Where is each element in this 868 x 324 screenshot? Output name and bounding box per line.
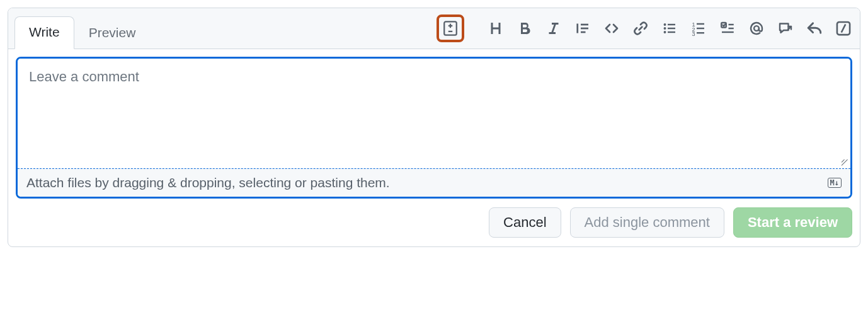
reply-icon[interactable] [806,20,823,37]
tab-write[interactable]: Write [14,16,74,49]
svg-point-10 [664,31,666,33]
svg-rect-13 [668,32,675,33]
comment-textarea[interactable] [18,59,850,166]
add-single-comment-button[interactable]: Add single comment [570,207,724,238]
svg-line-26 [842,25,846,33]
ordered-list-icon[interactable]: 123 [690,20,707,37]
tabs: Write Preview [8,8,150,49]
markdown-toolbar: 123 [434,11,855,46]
toolbar-group-refs [748,20,823,37]
unordered-list-icon[interactable] [661,20,678,37]
svg-point-8 [664,23,666,26]
tab-preview[interactable]: Preview [74,17,151,49]
start-review-button[interactable]: Start a review [733,207,852,238]
bold-icon[interactable] [516,20,534,37]
toolbar-group-text [487,20,562,37]
svg-rect-11 [668,24,675,25]
heading-icon[interactable] [487,20,505,37]
cancel-button[interactable]: Cancel [489,207,561,238]
markdown-supported-icon[interactable]: M↓ [828,178,842,188]
task-list-icon[interactable] [719,20,736,37]
svg-rect-19 [697,32,704,33]
attach-hint: Attach files by dragging & dropping, sel… [26,175,390,190]
svg-rect-18 [697,28,704,29]
svg-point-9 [664,27,666,30]
svg-text:3: 3 [692,31,695,36]
toolbar-group-lists: 123 [661,20,736,37]
suggestion-highlight [437,14,464,42]
svg-rect-0 [444,21,457,35]
diff-icon[interactable] [442,20,459,37]
italic-icon[interactable] [545,20,562,37]
mention-icon[interactable] [748,20,765,37]
svg-rect-17 [697,23,704,25]
editor-frame: Attach files by dragging & dropping, sel… [16,57,852,199]
attach-files-bar[interactable]: Attach files by dragging & dropping, sel… [18,168,850,197]
svg-rect-12 [668,28,675,29]
quote-icon[interactable] [574,20,591,37]
toolbar-group-block [574,20,649,37]
link-icon[interactable] [632,20,649,37]
code-icon[interactable] [603,20,620,37]
slash-command-icon[interactable] [835,20,852,37]
action-buttons: Cancel Add single comment Start a review [16,207,852,238]
composer-header: Write Preview [8,8,860,49]
cross-reference-icon[interactable] [777,20,794,37]
comment-composer: Write Preview [8,8,860,247]
